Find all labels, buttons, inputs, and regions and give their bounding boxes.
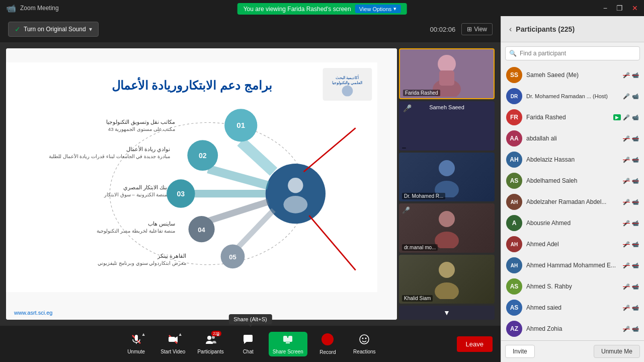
toolbar-right: 00:02:06 ⊞ View bbox=[430, 23, 493, 35]
svg-text:43 مكتب على مستوى الجمهورية: 43 مكتب على مستوى الجمهورية bbox=[108, 126, 176, 132]
svg-text:ساينس هاب: ساينس هاب bbox=[148, 221, 175, 227]
mute-status-icon: 🎤 bbox=[623, 114, 630, 121]
participant-avatar: AS bbox=[506, 173, 522, 189]
video-status-icon: 📹 bbox=[632, 93, 639, 100]
video-status-icon: 📹 bbox=[632, 178, 639, 184]
participant-item[interactable]: AH Abdelzaher Ramadan Abdel... 🎤 📹 bbox=[501, 191, 644, 212]
participant-name: Farida Rashed bbox=[526, 114, 609, 121]
participant-info: Ahmed Adel bbox=[526, 241, 619, 248]
participants-arrow-icon: ▲ bbox=[216, 332, 220, 337]
unmute-arrow-icon: ▲ bbox=[141, 332, 146, 337]
invite-button[interactable]: Invite bbox=[505, 345, 535, 358]
video-status-icon: 📹 bbox=[632, 72, 639, 79]
participant-item[interactable]: AH Ahmed Adel 🎤 📹 bbox=[501, 234, 644, 255]
svg-text:برامج دعم الابتكاروريادة الأعم: برامج دعم الابتكاروريادة الأعمال bbox=[112, 77, 272, 93]
mute-status-icon: 🎤 bbox=[623, 157, 630, 163]
leave-button[interactable]: Leave bbox=[457, 336, 493, 352]
svg-text:01: 01 bbox=[236, 121, 245, 129]
start-video-button[interactable]: ▲ Start Video bbox=[156, 332, 189, 356]
svg-text:مكاتب نقل وتسويق التكنولوجيا: مكاتب نقل وتسويق التكنولوجيا bbox=[106, 119, 175, 125]
speaking-badge: ▶ bbox=[613, 114, 621, 120]
view-options-button[interactable]: View Options ▾ bbox=[355, 5, 401, 13]
svg-rect-50 bbox=[169, 337, 175, 342]
participant-item[interactable]: AS Ahmed saied 🎤 📹 bbox=[501, 297, 644, 318]
participants-label: Participants bbox=[197, 349, 223, 354]
chat-button[interactable]: Chat bbox=[232, 332, 265, 356]
video-status-icon: 📹 bbox=[632, 220, 639, 227]
participant-avatar: FR bbox=[506, 109, 522, 125]
manal-video-tile: 🎤 dr.manal mo... bbox=[399, 203, 495, 252]
view-button[interactable]: ⊞ View bbox=[461, 23, 493, 35]
share-screen-button[interactable]: Share Screen bbox=[269, 332, 307, 356]
mute-status-icon: 🎤 bbox=[623, 199, 630, 205]
close-button[interactable]: ✕ bbox=[632, 4, 638, 12]
manal-label: dr.manal mo... bbox=[402, 244, 438, 251]
record-icon bbox=[321, 333, 334, 348]
participant-item[interactable]: AS Ahmed S. Rahby 🎤 📹 bbox=[501, 276, 644, 297]
video-icon: ▲ bbox=[168, 334, 179, 347]
reactions-label: Reactions bbox=[353, 349, 375, 354]
svg-text:منصة الكترونية – سوق الابتكار: منصة الكترونية – سوق الابتكار bbox=[104, 192, 167, 198]
participant-info: Dr. Mohamed Ramadan ... (Host) bbox=[526, 93, 619, 99]
chat-bubble-icon bbox=[243, 334, 254, 345]
participant-item[interactable]: AS Abdelhamed Saleh 🎤 📹 bbox=[501, 170, 644, 191]
participant-item[interactable]: SS Sameh Saeed (Me) 🎤 📹 bbox=[501, 64, 644, 86]
mute-status-icon: 🎤 bbox=[623, 178, 630, 184]
sameh-label bbox=[402, 148, 406, 149]
participant-avatar: AH bbox=[506, 194, 522, 210]
participant-avatar: AH bbox=[506, 236, 522, 252]
participant-info: Abdelzaher Ramadan Abdel... bbox=[526, 198, 619, 205]
participant-name: abdallah ali bbox=[526, 135, 619, 142]
participant-controls: 🎤 📹 bbox=[623, 220, 639, 227]
participant-item[interactable]: AA abdallah ali 🎤 📹 bbox=[501, 128, 644, 149]
unmute-label: Unmute bbox=[127, 349, 145, 354]
participant-info: Ahmed Zohia bbox=[526, 325, 619, 332]
emoji-icon bbox=[359, 334, 370, 345]
svg-rect-47 bbox=[135, 335, 138, 341]
mute-status-icon: 🎤 bbox=[623, 283, 630, 290]
svg-point-59 bbox=[362, 337, 364, 339]
scroll-down-button[interactable]: ▼ bbox=[399, 306, 495, 320]
collapse-panel-button[interactable]: ‹ bbox=[509, 25, 512, 34]
manal-muted-icon: 🎤 bbox=[402, 206, 410, 214]
mute-status-icon: 🎤 bbox=[623, 93, 630, 100]
participant-info: Sameh Saeed (Me) bbox=[526, 71, 619, 79]
participant-controls: 🎤 📹 bbox=[623, 199, 639, 205]
participant-item[interactable]: AZ Ahmed Zohia 🎤 📹 bbox=[501, 318, 644, 339]
participant-avatar: AA bbox=[506, 130, 522, 147]
reactions-button[interactable]: Reactions bbox=[348, 332, 381, 356]
participants-button[interactable]: 225 ▲ Participants bbox=[193, 332, 227, 356]
restore-button[interactable]: ❐ bbox=[616, 4, 623, 12]
svg-text:معرض ابتكاردولي سنوي وبرنامج ت: معرض ابتكاردولي سنوي وبرنامج تليفزيوني bbox=[98, 260, 186, 266]
participant-item[interactable]: AH Ahmed Hammad Mohammed E... 🎤 📹 bbox=[501, 255, 644, 276]
participant-item[interactable]: A Abousrie Ahmed 🎤 📹 bbox=[501, 212, 644, 234]
mute-status-icon: 🎤 bbox=[623, 326, 630, 332]
participant-controls: 🎤 📹 bbox=[623, 135, 639, 142]
record-button[interactable]: Record bbox=[311, 331, 344, 357]
start-video-label: Start Video bbox=[160, 349, 185, 354]
participants-footer: Invite Unmute Me bbox=[501, 340, 644, 362]
svg-text:05: 05 bbox=[229, 253, 236, 261]
participant-info: Farida Rashed bbox=[526, 114, 609, 121]
unmute-button[interactable]: ▲ Unmute bbox=[120, 332, 152, 356]
participant-item[interactable]: FR Farida Rashed ▶ 🎤 📹 bbox=[501, 107, 644, 128]
participant-search-input[interactable] bbox=[505, 46, 640, 60]
slide-content: أكاديمية البحث العلمي والتكنولوجيا برامج… bbox=[6, 48, 397, 320]
svg-point-43 bbox=[435, 232, 459, 248]
participant-name: Abdelaziz Hassan bbox=[526, 156, 619, 163]
participant-controls: 🎤 📹 bbox=[623, 241, 639, 248]
khalid-video-tile: Khalid Siam bbox=[399, 255, 495, 304]
participant-item[interactable]: AH Abdelaziz Hassan 🎤 📹 bbox=[501, 149, 644, 170]
svg-point-45 bbox=[435, 282, 459, 299]
svg-point-42 bbox=[439, 211, 455, 227]
video-status-icon: 📹 bbox=[632, 283, 639, 290]
unmute-me-button[interactable]: Unmute Me bbox=[594, 345, 640, 358]
participant-name: Ahmed Adel bbox=[526, 241, 619, 248]
participant-info: Abdelhamed Saleh bbox=[526, 177, 619, 184]
slide-panel: أكاديمية البحث العلمي والتكنولوجيا برامج… bbox=[6, 48, 397, 320]
participant-info: Ahmed Hammad Mohammed E... bbox=[526, 262, 619, 269]
participant-item[interactable]: DR Dr. Mohamed Ramadan ... (Host) 🎤 📹 bbox=[501, 86, 644, 107]
original-sound-button[interactable]: ✓ Turn on Original Sound ▾ bbox=[8, 22, 99, 37]
participant-controls: 🎤 📹 bbox=[623, 178, 639, 184]
minimize-button[interactable]: − bbox=[603, 4, 607, 12]
